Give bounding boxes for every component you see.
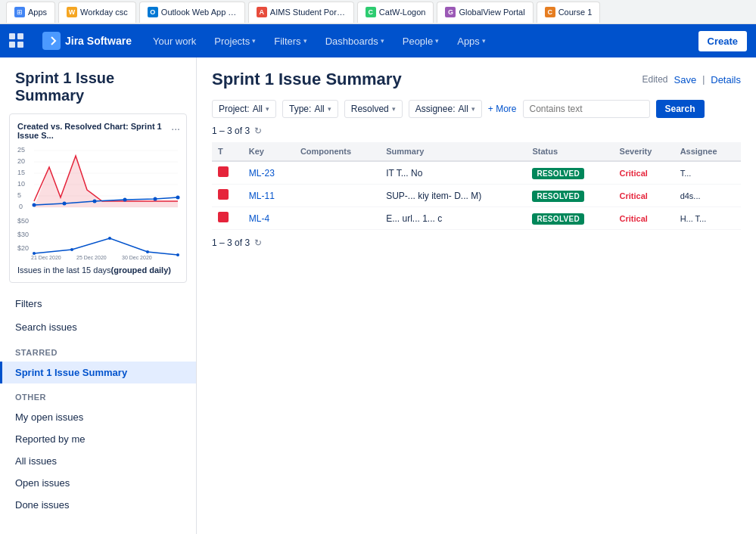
svg-text:21 Dec 2020: 21 Dec 2020 <box>31 255 61 260</box>
page-header: Sprint 1 Issue Summary Edited Save | Det… <box>212 70 741 89</box>
browser-tab-apps[interactable]: ⊞ Apps <box>6 2 55 23</box>
issue-summary: E... url... 1... c <box>386 213 442 224</box>
refresh-icon[interactable]: ↻ <box>254 126 262 136</box>
table-row[interactable]: ML-4 E... url... 1... c RESOLVED Critica… <box>212 207 741 230</box>
tab-icon-apps: ⊞ <box>14 7 25 17</box>
browser-tab-aims[interactable]: A AIMS Student Porta... <box>248 2 354 23</box>
tab-label-course: Course 1 <box>558 8 593 17</box>
browser-tab-catw[interactable]: C CatW-Logon <box>357 2 434 23</box>
svg-point-19 <box>176 196 180 200</box>
type-filter-chevron: ▾ <box>328 105 331 113</box>
issue-key[interactable]: ML-11 <box>249 191 275 201</box>
right-panel: Sprint 1 Issue Summary Edited Save | Det… <box>197 57 756 534</box>
issue-type-icon-bug <box>218 212 229 222</box>
svg-text:25: 25 <box>17 146 25 154</box>
resolved-filter[interactable]: Resolved ▾ <box>344 100 403 118</box>
severity-badge: Critical <box>620 191 648 200</box>
sidebar-item-sprint1[interactable]: Sprint 1 Issue Summary <box>0 362 196 383</box>
page-header-actions: Edited Save | Details <box>642 74 741 85</box>
sidebar-item-my-open-issues[interactable]: My open issues <box>0 406 196 428</box>
issue-type-icon-bug <box>218 166 229 177</box>
results-info-bottom: 1 – 3 of 3 ↻ <box>212 238 741 248</box>
nav-your-work[interactable]: Your work <box>147 24 202 57</box>
jira-topnav: Jira Software Your work Projects ▾ Filte… <box>0 24 756 57</box>
created-resolved-chart: 25 20 15 10 5 0 <box>17 144 180 213</box>
issue-key[interactable]: ML-23 <box>249 168 275 179</box>
svg-point-16 <box>93 200 97 203</box>
issue-key[interactable]: ML-4 <box>249 213 269 224</box>
col-header-assignee: Assignee <box>674 142 741 161</box>
browser-tab-workday[interactable]: W Workday csc <box>58 2 136 23</box>
table-row[interactable]: ML-11 SUP-... kiy item- D... M) RESOLVED… <box>212 185 741 207</box>
save-link[interactable]: Save <box>674 74 696 85</box>
browser-tab-outlook[interactable]: O Outlook Web App -... <box>139 2 245 23</box>
nav-dashboards[interactable]: Dashboards ▾ <box>319 24 390 57</box>
svg-point-29 <box>146 250 149 253</box>
severity-badge: Critical <box>620 214 648 223</box>
nav-projects[interactable]: Projects ▾ <box>208 24 262 57</box>
search-button[interactable]: Search <box>656 100 705 118</box>
sidebar-item-reported-by-me[interactable]: Reported by me <box>0 428 196 450</box>
sidebar-filters-heading: Filters <box>0 292 196 315</box>
more-filters-button[interactable]: + More <box>488 104 517 114</box>
header-divider: | <box>702 74 705 85</box>
left-panel: Sprint 1 Issue Summary Created vs. Resol… <box>0 57 197 534</box>
svg-point-28 <box>108 237 111 240</box>
chart-more-button[interactable]: ... <box>171 120 180 132</box>
svg-point-17 <box>123 198 127 202</box>
browser-tab-globalview[interactable]: G GlobalView Portal <box>437 2 533 23</box>
jira-logo[interactable]: Jira Software <box>33 24 141 57</box>
filters-chevron-icon: ▾ <box>303 37 307 45</box>
sidebar-item-open-issues[interactable]: Open issues <box>0 472 196 494</box>
chart-issues-label: Issues in the last 15 days(grouped daily… <box>17 265 179 275</box>
filters-heading-label: Filters <box>15 298 42 309</box>
project-filter-chevron: ▾ <box>266 105 269 113</box>
refresh-icon-bottom[interactable]: ↻ <box>254 238 262 248</box>
details-link[interactable]: Details <box>711 74 741 85</box>
sidebar-item-all-issues[interactable]: All issues <box>0 450 196 472</box>
svg-text:25 Dec 2020: 25 Dec 2020 <box>76 255 107 260</box>
apps-grid-icon[interactable] <box>9 33 24 48</box>
people-chevron-icon: ▾ <box>435 37 439 45</box>
search-input[interactable] <box>523 100 650 118</box>
tab-label-outlook: Outlook Web App -... <box>161 8 237 17</box>
svg-point-18 <box>154 197 157 201</box>
svg-point-15 <box>63 202 67 206</box>
tab-icon-globalview: G <box>445 7 456 17</box>
tab-label-catw: CatW-Logon <box>379 8 426 17</box>
col-header-type: T <box>212 142 243 161</box>
table-row[interactable]: ML-23 IT T... No RESOLVED Critical T... <box>212 161 741 185</box>
tab-label-workday: Workday csc <box>80 8 128 17</box>
svg-text:10: 10 <box>17 180 25 188</box>
resolved-filter-chevron: ▾ <box>392 105 396 113</box>
type-filter[interactable]: Type: All ▾ <box>282 100 338 118</box>
svg-text:$30: $30 <box>17 231 29 238</box>
issue-summary: SUP-... kiy item- D... M) <box>386 191 481 201</box>
nav-apps[interactable]: Apps ▾ <box>451 24 492 57</box>
svg-point-14 <box>33 203 36 207</box>
svg-text:15: 15 <box>17 169 25 176</box>
project-filter[interactable]: Project: All ▾ <box>212 100 276 118</box>
left-panel-title: Sprint 1 Issue Summary <box>0 57 196 113</box>
sidebar-search-issues[interactable]: Search issues <box>0 315 196 339</box>
filter-bar: Project: All ▾ Type: All ▾ Resolved ▾ As… <box>212 100 741 118</box>
create-button[interactable]: Create <box>698 31 747 51</box>
svg-text:$20: $20 <box>17 244 29 252</box>
nav-filters[interactable]: Filters ▾ <box>268 24 313 57</box>
main-layout: Sprint 1 Issue Summary Created vs. Resol… <box>0 57 756 534</box>
chart-card: Created vs. Resolved Chart: Sprint 1 Iss… <box>9 113 187 283</box>
assignee-filter[interactable]: Assignee: All ▾ <box>409 100 482 118</box>
svg-point-30 <box>176 253 179 256</box>
sidebar-item-done-issues[interactable]: Done issues <box>0 494 196 516</box>
page-title: Sprint 1 Issue Summary <box>212 70 402 89</box>
issues-table: T Key Components Summary Status Severity… <box>212 142 741 230</box>
browser-tab-course[interactable]: C Course 1 <box>537 2 601 23</box>
col-header-summary: Summary <box>380 142 526 161</box>
svg-text:5: 5 <box>17 191 21 199</box>
tab-icon-catw: C <box>366 7 376 17</box>
svg-point-27 <box>70 248 73 251</box>
svg-text:$50: $50 <box>17 217 29 225</box>
nav-people[interactable]: People ▾ <box>397 24 445 57</box>
assignee-filter-chevron: ▾ <box>471 105 475 113</box>
tab-label-apps: Apps <box>28 8 47 17</box>
